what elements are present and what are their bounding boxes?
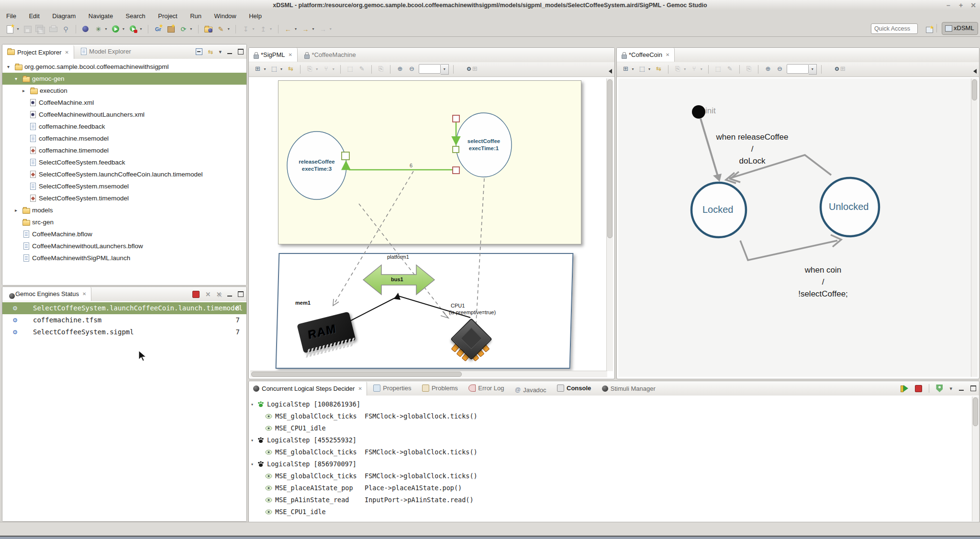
- layers-dropdown[interactable]: ▾: [262, 67, 267, 71]
- dispose-engine-icon[interactable]: ✕: [205, 291, 211, 298]
- menu-window[interactable]: Window: [209, 11, 242, 22]
- coffeecoin-canvas[interactable]: init Locked Unlocked when releaseCoffee …: [618, 78, 972, 377]
- tab-console[interactable]: Console: [553, 381, 595, 395]
- tab-javadoc[interactable]: @ Javadoc: [511, 383, 551, 397]
- tab-sigpml[interactable]: *SigPML ✕: [249, 48, 298, 62]
- tree-row-project[interactable]: ▾org.gemoc.sample.bcool.coffeemachinewit…: [2, 61, 246, 73]
- mse-row[interactable]: MSE_globalClock_ticks FSMClock->globalCl…: [249, 410, 979, 422]
- mse-row[interactable]: MSE_globalClock_ticks FSMClock->globalCl…: [249, 446, 979, 458]
- menu-diagram[interactable]: Diagram: [47, 11, 81, 22]
- tab-concurrent-logical-steps-decider[interactable]: Concurrent Logical Steps Decider ✕: [249, 382, 367, 396]
- previous-annotation-dropdown[interactable]: ▾: [251, 27, 256, 31]
- filters-icon[interactable]: ⬚: [637, 64, 647, 74]
- annotate-dropdown[interactable]: ▾: [226, 27, 231, 31]
- link-with-editor-icon[interactable]: ⇆: [208, 48, 213, 55]
- gemoc-sphere-button[interactable]: [80, 24, 91, 34]
- window-close-button[interactable]: ✕: [969, 1, 978, 10]
- tree-row-file[interactable]: SelectCoffeeSystem.launchCoffeeCoin.laun…: [2, 168, 246, 180]
- annotate-button[interactable]: ✎: [216, 24, 226, 34]
- refresh-button[interactable]: ⟳: [178, 24, 189, 34]
- tree-row-file[interactable]: coffemachine.timemodel: [2, 144, 246, 156]
- step-icon[interactable]: [901, 385, 908, 392]
- forward-history-dropdown[interactable]: ▾: [311, 27, 315, 31]
- cpu-chip-image[interactable]: [451, 321, 490, 360]
- tree-row-gemoc-gen[interactable]: ▾gemoc-gen: [2, 73, 246, 85]
- tab-stimuli-manager[interactable]: Stimuli Manager: [598, 382, 660, 396]
- open-perspective-button[interactable]: [924, 25, 935, 35]
- tab-gemoc-engines-status[interactable]: Gemoc Engines Status ✕: [2, 287, 91, 301]
- collapse-all-icon[interactable]: [196, 48, 202, 55]
- view-menu-icon[interactable]: ▾: [219, 49, 222, 55]
- quick-access-input[interactable]: [873, 24, 917, 33]
- last-edit-dropdown[interactable]: ▾: [328, 27, 333, 31]
- quick-access[interactable]: [871, 23, 918, 34]
- tab-properties[interactable]: Properties: [369, 381, 415, 395]
- previous-annotation-button[interactable]: ↧: [241, 24, 251, 34]
- save-button[interactable]: [22, 24, 33, 34]
- stop-icon[interactable]: [915, 385, 922, 392]
- mse-row[interactable]: MSE_CPU1_idle: [249, 506, 979, 518]
- menu-navigate[interactable]: Navigate: [83, 11, 118, 22]
- paste-format-icon[interactable]: ⎘: [744, 64, 754, 74]
- close-icon[interactable]: ✕: [289, 52, 292, 57]
- zoom-combo-dropdown[interactable]: ▾: [441, 64, 449, 75]
- window-maximize-button[interactable]: +: [956, 1, 966, 10]
- port-bottom-selectcoffee[interactable]: [453, 167, 459, 174]
- new-wizard-dropdown[interactable]: ▾: [15, 27, 20, 31]
- distribute-dropdown[interactable]: ▾: [331, 67, 336, 71]
- run-config-dropdown[interactable]: ▾: [139, 27, 144, 31]
- paste-format-icon[interactable]: ⎘: [376, 64, 386, 74]
- palette-collapse-icon[interactable]: [609, 69, 612, 74]
- zoom-combo-dropdown[interactable]: ▾: [809, 64, 817, 75]
- maximize-view-icon[interactable]: [970, 385, 976, 391]
- mse-row[interactable]: MSE_pA1inState_read InputPort->pA1inStat…: [249, 494, 979, 506]
- menu-project[interactable]: Project: [153, 11, 182, 22]
- minimize-view-icon[interactable]: [227, 292, 232, 297]
- close-icon[interactable]: ✕: [65, 50, 68, 55]
- layers-icon[interactable]: ⊞: [253, 64, 262, 74]
- back-history-button[interactable]: ←: [283, 24, 293, 34]
- engine-row[interactable]: ⚙ SelectCoffeeSystem.launchCoffeeCoin.la…: [2, 302, 246, 314]
- palette-collapse-icon[interactable]: [973, 69, 977, 74]
- print-button[interactable]: [48, 24, 58, 34]
- edit-mode-icon[interactable]: ✎: [357, 64, 367, 74]
- grid-icon[interactable]: ⊞: [470, 64, 479, 74]
- tree-row-file[interactable]: CoffeeMachinewithoutLaunchers.xml: [2, 109, 246, 121]
- refresh-diagram-icon[interactable]: ⇆: [654, 64, 663, 74]
- sigpml-canvas[interactable]: platform1: [250, 78, 607, 371]
- mse-row[interactable]: MSE_CPU1_idle: [249, 422, 979, 434]
- minimize-view-icon[interactable]: [227, 49, 232, 54]
- tree-row-execution[interactable]: ▸execution: [2, 85, 246, 97]
- tab-coffeemachine[interactable]: *CoffeeMachine: [300, 48, 360, 62]
- menu-help[interactable]: Help: [244, 11, 267, 22]
- zoom-in-icon[interactable]: ⊕: [395, 64, 405, 74]
- perspective-xdsml-button[interactable]: xDSML: [942, 22, 978, 35]
- snapshot-icon[interactable]: [826, 64, 836, 74]
- copy-dropdown[interactable]: ▾: [682, 67, 687, 71]
- layers-dropdown[interactable]: ▾: [630, 67, 635, 71]
- run-button[interactable]: [111, 24, 121, 34]
- engine-row[interactable]: ⚙ coffemachine.tfsm 7: [2, 314, 246, 326]
- zoom-level-combo[interactable]: [787, 64, 809, 74]
- refresh-dropdown[interactable]: ▾: [189, 27, 193, 31]
- engine-row[interactable]: ⚙ SelectCoffeeSystem.sigpml 7: [2, 326, 246, 338]
- tab-model-explorer[interactable]: Model Explorer: [76, 44, 135, 58]
- new-package-button[interactable]: [166, 24, 176, 34]
- run-config-button[interactable]: [128, 24, 139, 34]
- vertical-scrollbar[interactable]: [606, 78, 613, 371]
- mse-row[interactable]: MSE_globalClock_ticks FSMClock->globalCl…: [249, 470, 979, 482]
- maximize-view-icon[interactable]: [238, 49, 244, 55]
- tree-row-file[interactable]: CoffeeMachine.bflow: [2, 228, 246, 240]
- grid-icon[interactable]: ⊞: [838, 64, 847, 74]
- zoom-in-icon[interactable]: ⊕: [763, 64, 773, 74]
- decider-shield-icon[interactable]: [936, 385, 943, 392]
- back-history-dropdown[interactable]: ▾: [293, 27, 298, 31]
- layers-icon[interactable]: ⊞: [621, 64, 630, 74]
- debug-button[interactable]: ✳: [93, 24, 104, 34]
- next-annotation-dropdown[interactable]: ▾: [268, 27, 273, 31]
- dispose-all-engines-icon[interactable]: ✕: [216, 291, 222, 298]
- minimize-view-icon[interactable]: [959, 386, 964, 391]
- debug-attach-button[interactable]: ⚲: [60, 24, 71, 34]
- distribute-icon[interactable]: ⑂: [690, 64, 699, 74]
- close-icon[interactable]: ✕: [666, 52, 669, 57]
